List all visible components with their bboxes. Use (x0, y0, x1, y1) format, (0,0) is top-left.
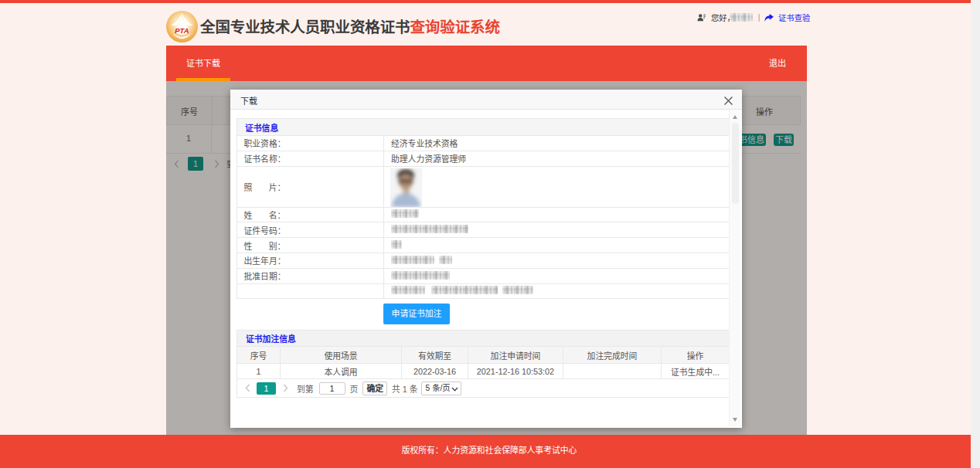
svg-text:PTA: PTA (175, 26, 189, 35)
